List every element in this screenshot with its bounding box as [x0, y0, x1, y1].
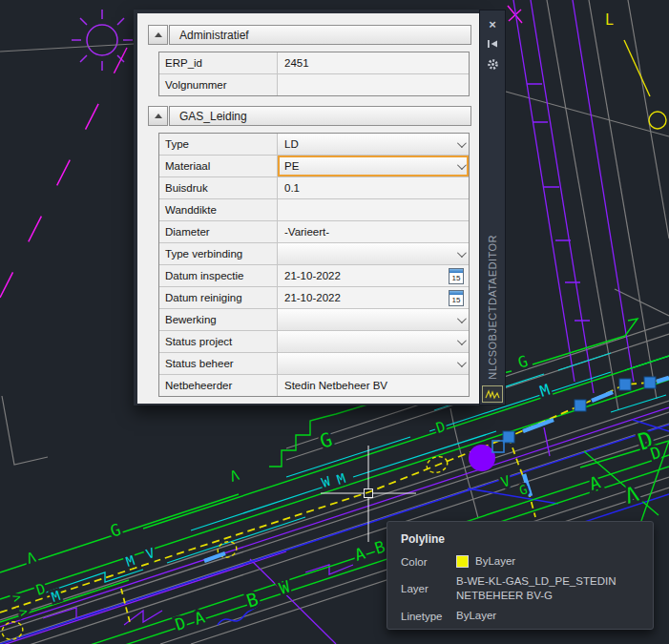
- field-label: Type verbinding: [159, 243, 278, 264]
- tooltip-row: Color ByLayer: [401, 554, 639, 569]
- map-letter: D: [648, 443, 663, 464]
- field-label: Datum inspectie: [159, 265, 278, 286]
- collapse-button[interactable]: [148, 106, 168, 126]
- volgnummer-field[interactable]: [278, 74, 469, 95]
- map-letter: A: [587, 471, 603, 493]
- gear-icon[interactable]: [486, 57, 499, 71]
- field-label: Netbeheerder: [159, 375, 278, 396]
- datum-reiniging-field[interactable]: 21-10-2022 15: [278, 287, 469, 308]
- chevron-down-icon: [457, 336, 467, 345]
- map-letter: M: [335, 470, 347, 488]
- collapse-button[interactable]: [148, 25, 168, 45]
- datum-inspectie-field[interactable]: 21-10-2022 15: [278, 265, 469, 286]
- table-row: ERP_id 2451: [159, 52, 469, 74]
- selection-node-circle[interactable]: [469, 445, 495, 471]
- map-letter: B: [372, 537, 387, 558]
- table-row: Netbeheerder Stedin Netbeheer BV: [159, 375, 469, 396]
- map-letter: G: [108, 520, 123, 541]
- object-data-editor-panel: Administratief ERP_id 2451 Volgnummer GA…: [134, 10, 479, 405]
- table-row: Type LD: [159, 134, 469, 156]
- field-label: Status project: [159, 331, 278, 352]
- color-swatch: [456, 555, 469, 568]
- field-label: Status beheer: [159, 353, 278, 374]
- table-row: Type verbinding: [159, 243, 469, 265]
- wanddikte-field[interactable]: [278, 199, 469, 220]
- application-window: GΛGΛGMWMMVDM>>DDBWABDAVGDAΛL Administrat…: [0, 0, 669, 644]
- map-letter: G: [515, 352, 530, 372]
- table-row: Status project: [159, 331, 469, 353]
- table-row: Materiaal PE: [159, 156, 469, 177]
- sun-symbol: [72, 10, 133, 71]
- tooltip-row: Linetype ByLayer: [401, 609, 639, 623]
- tooltip-label: Linetype: [401, 611, 456, 622]
- chevron-down-icon: [457, 314, 467, 323]
- tooltip-value: B-WE-KL-GAS_LD_PE_STEDIN NETBEHEER BV-G: [456, 574, 639, 603]
- drawing-preview-icon[interactable]: [482, 385, 503, 403]
- table-row: Datum inspectie 21-10-2022 15: [159, 265, 469, 287]
- field-label: Type: [159, 134, 278, 155]
- tooltip-value: ByLayer: [475, 554, 515, 569]
- bewerking-dropdown[interactable]: [278, 309, 469, 330]
- tooltip-row: Layer B-WE-KL-GAS_LD_PE_STEDIN NETBEHEER…: [401, 574, 639, 603]
- type-dropdown[interactable]: LD: [278, 134, 469, 155]
- rollover-tooltip: Polyline Color ByLayer Layer B-WE-KL-GAS…: [387, 521, 654, 630]
- table-row: Volgnummer: [159, 74, 469, 95]
- map-letter: B: [243, 588, 261, 611]
- status-beheer-dropdown[interactable]: [278, 353, 469, 374]
- tooltip-label: Layer: [401, 583, 456, 594]
- chevron-down-icon: [457, 138, 467, 148]
- gas-leiding-table: Type LD Materiaal PE Buisdruk 0.1 Wanddi…: [158, 133, 470, 397]
- chevron-down-icon: [457, 248, 467, 258]
- map-letter: Λ: [25, 549, 38, 568]
- field-label: Buisdruk: [159, 177, 278, 198]
- netbeheerder-field[interactable]: Stedin Netbeheer BV: [278, 375, 469, 396]
- calendar-icon[interactable]: 15: [449, 290, 464, 306]
- section-header-gas-leiding: GAS_Leiding: [148, 106, 471, 126]
- buisdruk-field[interactable]: 0.1: [278, 177, 469, 198]
- map-letter: >: [10, 589, 23, 606]
- map-letter: Λ: [622, 482, 641, 509]
- table-row: Status beheer: [159, 353, 469, 375]
- diameter-field[interactable]: -Varieert-: [278, 221, 469, 242]
- palette-title-strip: × NLCSOBJECTDATAEDITOR: [479, 10, 506, 405]
- close-icon[interactable]: ×: [486, 17, 499, 31]
- triangle-up-icon: [155, 32, 162, 37]
- table-row: Wanddikte: [159, 199, 469, 221]
- palette-vertical-title: NLCSOBJECTDATAEDITOR: [487, 235, 498, 380]
- map-letter: Λ: [228, 467, 241, 486]
- table-row: Buisdruk 0.1: [159, 177, 469, 199]
- field-label: Bewerking: [159, 309, 278, 330]
- grip-squares[interactable]: [492, 377, 656, 452]
- chevron-down-icon: [457, 358, 467, 367]
- field-label: Datum reiniging: [159, 287, 278, 308]
- tooltip-value: ByLayer: [456, 609, 496, 623]
- map-letter: L: [605, 11, 614, 29]
- triangle-up-icon: [155, 114, 162, 118]
- type-verbinding-dropdown[interactable]: [278, 243, 469, 264]
- tooltip-label: Color: [401, 556, 456, 568]
- map-letter: M: [50, 588, 62, 605]
- map-letter: A: [352, 544, 367, 565]
- field-label: Diameter: [159, 221, 278, 242]
- table-row: Diameter -Varieert-: [159, 221, 469, 243]
- map-letter: D: [34, 580, 48, 599]
- map-letter: V: [499, 472, 512, 491]
- pin-icon[interactable]: [486, 37, 499, 51]
- map-letter: M: [537, 381, 552, 401]
- field-label: Wanddikte: [159, 199, 278, 220]
- status-project-dropdown[interactable]: [278, 331, 469, 352]
- map-letter: V: [144, 545, 157, 562]
- chevron-down-icon: [457, 160, 467, 170]
- map-letter: A: [192, 608, 207, 629]
- calendar-icon[interactable]: 15: [449, 268, 464, 284]
- materiaal-dropdown[interactable]: PE: [278, 156, 469, 177]
- administratief-table: ERP_id 2451 Volgnummer: [158, 52, 470, 96]
- map-letter: D: [173, 613, 188, 634]
- section-title: GAS_Leiding: [169, 106, 471, 126]
- section-header-administratief: Administratief: [148, 25, 471, 45]
- erp-id-field[interactable]: 2451: [278, 52, 469, 73]
- field-label: ERP_id: [159, 52, 278, 73]
- field-label: Materiaal: [159, 156, 278, 177]
- section-title: Administratief: [169, 25, 471, 45]
- table-row: Datum reiniging 21-10-2022 15: [159, 287, 469, 309]
